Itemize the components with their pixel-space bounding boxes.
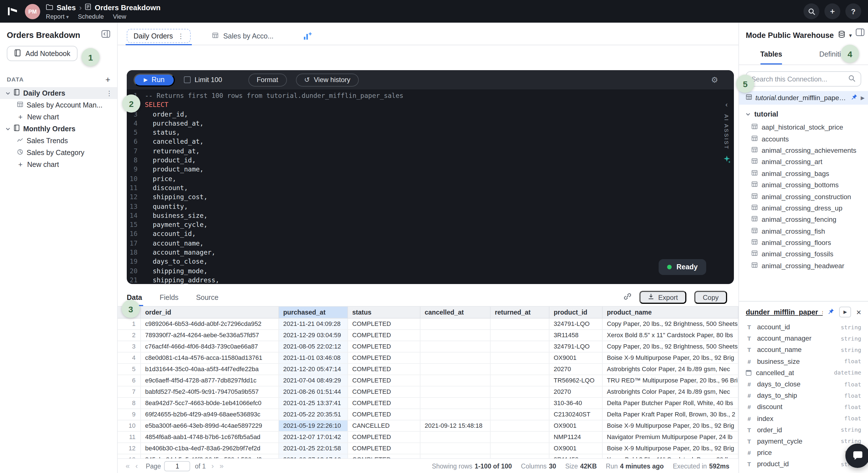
format-button[interactable]: Format [248, 73, 287, 86]
collapse-panel-icon[interactable]: ‹ [725, 101, 728, 108]
cell-product-id[interactable]: OX9001 [549, 442, 602, 454]
cell-order-id[interactable]: c9892064-6b53-46dd-a0bf-2c7296cda952 [140, 318, 278, 329]
column-header[interactable]: order_id [140, 307, 278, 318]
cell-cancelled-at[interactable] [420, 341, 490, 352]
cell-returned-at[interactable] [490, 386, 549, 397]
cell-product-name[interactable]: Delta Paper Butcher Paper Roll, White, 4… [602, 397, 738, 409]
tab-tables[interactable]: Tables [739, 45, 804, 64]
workspace-name[interactable]: Sales [57, 3, 76, 11]
schema-group-tutorial[interactable]: tutorial [739, 105, 868, 122]
cell-returned-at[interactable] [490, 341, 549, 352]
column-header[interactable]: purchased_at [278, 307, 347, 318]
code-line[interactable]: 1 -- Returns first 100 rows from tutoria… [127, 91, 734, 100]
cell-purchased-at[interactable]: 2021-12-07 17:01:42 [278, 431, 347, 442]
list-item-column[interactable]: # days_to_close float [739, 379, 868, 390]
row-number-cell[interactable]: 8 [118, 397, 140, 409]
cell-cancelled-at[interactable]: 2021-09-12 15:48:18 [420, 420, 490, 431]
first-page-icon[interactable]: « [126, 462, 130, 470]
cell-returned-at[interactable] [490, 454, 549, 458]
cell-cancelled-at[interactable] [420, 318, 490, 329]
menu-schedule[interactable]: Schedule [78, 13, 104, 20]
add-data-button[interactable]: + [105, 75, 110, 84]
list-item-column[interactable]: cancelled_at datetime [739, 367, 868, 379]
row-number-cell[interactable]: 7 [118, 386, 140, 397]
cell-purchased-at[interactable]: 2021-08-05 22:02:12 [278, 341, 347, 352]
cell-status[interactable]: COMPLETED [347, 318, 420, 329]
code-line[interactable]: 7 returned_at, [127, 147, 734, 156]
cell-product-id[interactable]: OX9001 [549, 352, 602, 363]
list-item-column[interactable]: T account_name string [739, 344, 868, 356]
cell-order-id[interactable]: c8e0d081-c14a-4576-acca-11580ad13761 [140, 352, 278, 363]
mode-logo-icon[interactable] [6, 4, 19, 18]
tab-fields[interactable]: Fields [158, 289, 180, 306]
list-item-column[interactable]: # index float [739, 413, 868, 424]
help-button[interactable]: ? [845, 3, 861, 19]
cell-status[interactable]: COMPLETED [347, 397, 420, 409]
row-number-cell[interactable]: 6 [118, 375, 140, 386]
row-number-cell[interactable]: 4 [118, 352, 140, 363]
cell-cancelled-at[interactable] [420, 442, 490, 454]
row-number-cell[interactable]: 12 [118, 442, 140, 454]
list-item-column[interactable]: # business_size float [739, 356, 868, 367]
limit-checkbox[interactable]: Limit 100 [184, 76, 222, 84]
pin-icon[interactable] [828, 308, 834, 316]
cell-product-name[interactable]: Boise X-9 Multipurpose Paper, 20 lbs., 9… [602, 442, 738, 454]
pinned-table-row[interactable]: tutorial.dunder_mifflin_paper_sales ▶ [739, 91, 868, 105]
report-title[interactable]: Orders Breakdown [95, 3, 161, 11]
cell-product-id[interactable]: 20270 [549, 363, 602, 375]
cell-status[interactable]: COMPLETED [347, 386, 420, 397]
cell-purchased-at[interactable]: 2021-05-22 20:35:51 [278, 409, 347, 420]
run-table-icon[interactable]: ▶ [861, 95, 865, 101]
code-line[interactable]: 16 account_id, [127, 229, 734, 239]
cell-status[interactable]: COMPLETED [347, 409, 420, 420]
add-notebook-button[interactable]: Add Notebook [7, 46, 78, 61]
row-number-cell[interactable]: 9 [118, 409, 140, 420]
page-input[interactable] [164, 461, 190, 471]
row-number-cell[interactable]: 3 [118, 341, 140, 352]
tree-item-sales-by-category[interactable]: Sales by Category [0, 147, 117, 158]
table-detail-title[interactable]: dunder_mifflin_paper_s... [746, 308, 823, 316]
cell-product-id[interactable]: 3R11458 [549, 454, 602, 458]
tree-item-sales-by-account-manager[interactable]: Sales by Account Man... [0, 99, 117, 111]
cell-product-name[interactable]: Copy Paper, 20 lbs., 92 Brightness, 500 … [602, 341, 738, 352]
cell-status[interactable]: COMPLETED [347, 375, 420, 386]
list-item-table[interactable]: animal_crossing_floors [739, 237, 868, 249]
cell-returned-at[interactable] [490, 420, 549, 431]
code-area[interactable]: 1 -- Returns first 100 rows from tutoria… [127, 89, 734, 284]
kebab-menu-icon[interactable]: ⋮ [106, 89, 113, 97]
cell-returned-at[interactable] [490, 442, 549, 454]
code-line[interactable]: 17 account_name, [127, 239, 734, 248]
cell-order-id[interactable]: 4854f6a8-aab1-4748-b7b6-1c676fb5a5ad [140, 431, 278, 442]
cell-cancelled-at[interactable] [420, 386, 490, 397]
list-item-table[interactable]: animal_crossing_art [739, 156, 868, 168]
tree-item-new-chart-2[interactable]: + New chart [0, 158, 117, 170]
pin-icon[interactable] [851, 94, 857, 102]
tree-item-new-chart-1[interactable]: + New chart [0, 111, 117, 123]
list-item-table[interactable]: animal_crossing_achievements [739, 145, 868, 156]
run-button[interactable]: ▶ Run [133, 73, 175, 86]
cell-purchased-at[interactable]: 2021-11-21 04:09:28 [278, 318, 347, 329]
schema-search-input[interactable] [751, 75, 845, 83]
cell-order-id[interactable]: be406b30-c1ba-4ed7-83a6-2962b9f7ef2d [140, 442, 278, 454]
cell-product-name[interactable]: Navigator Premium Multipurpose Paper, 24… [602, 431, 738, 442]
cell-purchased-at[interactable]: 2021-11-01 03:46:08 [278, 352, 347, 363]
list-item-table[interactable]: accounts [739, 133, 868, 145]
row-number-cell[interactable]: 11 [118, 431, 140, 442]
list-item-table[interactable]: animal_crossing_fossils [739, 249, 868, 260]
list-item-table[interactable]: aapl_historical_stock_price [739, 122, 868, 133]
search-button[interactable] [804, 3, 819, 19]
link-icon[interactable] [624, 292, 632, 302]
column-header[interactable]: status [347, 307, 420, 318]
cell-returned-at[interactable] [490, 431, 549, 442]
cell-order-id[interactable]: e5ba300f-ae66-43eb-899d-4c4ae5897229 [140, 420, 278, 431]
list-item-column[interactable]: T order_id string [739, 424, 868, 435]
cell-cancelled-at[interactable] [420, 329, 490, 341]
cell-returned-at[interactable] [490, 375, 549, 386]
list-item-table[interactable]: animal_crossing_construction [739, 191, 868, 202]
cell-order-id[interactable]: 789390f7-a2f4-4264-aebe-5e336a57fd57 [140, 329, 278, 341]
cell-product-id[interactable]: 3R11458 [549, 329, 602, 341]
cell-status[interactable]: CANCELLED [347, 420, 420, 431]
sparkle-icon[interactable] [723, 156, 730, 165]
cell-product-id[interactable]: 310-36-40 [549, 397, 602, 409]
prev-page-icon[interactable]: ‹ [135, 462, 138, 470]
